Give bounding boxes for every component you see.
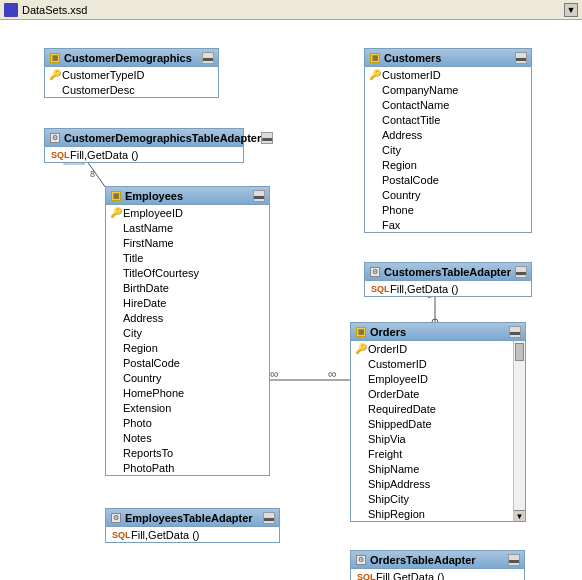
table-row: RequiredDate: [351, 401, 513, 416]
table-row: LastName: [106, 220, 269, 235]
field-customers-postalcode: PostalCode: [382, 174, 439, 186]
table-row: PostalCode: [365, 172, 531, 187]
table-row: City: [365, 142, 531, 157]
table-row: PostalCode: [106, 355, 269, 370]
field-customers-city: City: [382, 144, 401, 156]
customers-adapter: ⚙ CustomersTableAdapter ▬ SQL Fill,GetDa…: [364, 262, 532, 297]
key-icon: 🔑: [369, 69, 379, 80]
customer-demographics-adapter: ⚙ CustomerDemographicsTableAdapter ▬ SQL…: [44, 128, 244, 163]
adapter-method-customer-demographics: Fill,GetData (): [70, 149, 138, 161]
adapter-method-orders: Fill,GetData (): [376, 571, 444, 581]
employees-close[interactable]: ▬: [253, 190, 265, 202]
scrollbar-thumb[interactable]: [515, 343, 524, 361]
customers-title: Customers: [384, 52, 441, 64]
table-row: ShipAddress: [351, 476, 513, 491]
table-row: ContactName: [365, 97, 531, 112]
table-row: Freight: [351, 446, 513, 461]
table-row: CustomerID: [351, 356, 513, 371]
employees-title: Employees: [125, 190, 183, 202]
adapter-icon-orders: ⚙: [355, 554, 367, 566]
adapter-method-customers: Fill,GetData (): [390, 283, 458, 295]
table-row: 🔑 CustomerTypeID: [45, 67, 218, 82]
pin-button[interactable]: ▼: [564, 3, 578, 17]
adapter-row-employees: SQL Fill,GetData (): [106, 527, 279, 542]
design-canvas: 8 8 ∞ ∞ 8 ▦ CustomerDemographics ▬ 🔑 C: [0, 20, 582, 580]
adapter-header-customers: ⚙ CustomersTableAdapter ▬: [365, 263, 531, 281]
field-extension: Extension: [123, 402, 171, 414]
table-row: ShipRegion: [351, 506, 513, 521]
table-row: Region: [106, 340, 269, 355]
svg-text:∞: ∞: [270, 367, 279, 381]
table-row: Notes: [106, 430, 269, 445]
adapter-row-customers: SQL Fill,GetData (): [365, 281, 531, 296]
table-row: TitleOfCourtesy: [106, 265, 269, 280]
field-customerdesc: CustomerDesc: [62, 84, 135, 96]
table-row: Address: [106, 310, 269, 325]
scrollbar-down-arrow[interactable]: ▼: [514, 510, 525, 521]
table-row: Title: [106, 250, 269, 265]
table-row: EmployeeID: [351, 371, 513, 386]
sql-icon: SQL: [371, 284, 387, 294]
table-row: ContactTitle: [365, 112, 531, 127]
customer-demographics-close[interactable]: ▬: [202, 52, 214, 64]
adapter-close[interactable]: ▬: [261, 132, 273, 144]
orders-table: ▦ Orders ▬ 🔑 OrderID CustomerID Employee…: [350, 322, 526, 522]
field-photo: Photo: [123, 417, 152, 429]
table-row: Address: [365, 127, 531, 142]
field-reportsto: ReportsTo: [123, 447, 173, 459]
field-shipaddress: ShipAddress: [368, 478, 430, 490]
employees-table: ▦ Employees ▬ 🔑 EmployeeID LastName Firs…: [105, 186, 270, 476]
table-row: Region: [365, 157, 531, 172]
table-row: ShippedDate: [351, 416, 513, 431]
adapter-row-orders: SQL Fill,GetData (): [351, 569, 524, 580]
table-row: PhotoPath: [106, 460, 269, 475]
table-row: Extension: [106, 400, 269, 415]
field-employeeid: EmployeeID: [123, 207, 183, 219]
field-orders-customerid: CustomerID: [368, 358, 427, 370]
table-row: Country: [365, 187, 531, 202]
field-region: Region: [123, 342, 158, 354]
key-icon: 🔑: [49, 69, 59, 80]
field-city: City: [123, 327, 142, 339]
table-row: CustomerDesc: [45, 82, 218, 97]
customers-adapter-close[interactable]: ▬: [515, 266, 527, 278]
table-row: Phone: [365, 202, 531, 217]
employees-adapter-close[interactable]: ▬: [263, 512, 275, 524]
customer-demographics-table: ▦ CustomerDemographics ▬ 🔑 CustomerTypeI…: [44, 48, 219, 98]
field-orderid: OrderID: [368, 343, 407, 355]
customers-close[interactable]: ▬: [515, 52, 527, 64]
field-customertype-id: CustomerTypeID: [62, 69, 145, 81]
table-icon-employees: ▦: [110, 190, 122, 202]
sql-icon: SQL: [112, 530, 128, 540]
field-shipregion: ShipRegion: [368, 508, 425, 520]
field-address: Address: [123, 312, 163, 324]
table-row: ReportsTo: [106, 445, 269, 460]
orders-scrollbar[interactable]: ▼: [513, 341, 525, 521]
table-row: 🔑 OrderID: [351, 341, 513, 356]
orders-adapter-close[interactable]: ▬: [508, 554, 520, 566]
orders-close[interactable]: ▬: [509, 326, 521, 338]
key-icon: 🔑: [110, 207, 120, 218]
field-notes: Notes: [123, 432, 152, 444]
employees-adapter: ⚙ EmployeesTableAdapter ▬ SQL Fill,GetDa…: [105, 508, 280, 543]
field-shipcity: ShipCity: [368, 493, 409, 505]
adapter-icon-customer-demographics: ⚙: [49, 132, 61, 144]
adapter-header-employees: ⚙ EmployeesTableAdapter ▬: [106, 509, 279, 527]
adapter-method-employees: Fill,GetData (): [131, 529, 199, 541]
employees-adapter-title: EmployeesTableAdapter: [125, 512, 253, 524]
table-row: City: [106, 325, 269, 340]
title-bar-controls[interactable]: ▼: [564, 3, 578, 17]
table-row: Fax: [365, 217, 531, 232]
svg-text:∞: ∞: [328, 367, 337, 381]
field-contactname: ContactName: [382, 99, 449, 111]
title-bar-title: DataSets.xsd: [22, 4, 87, 16]
table-row: OrderDate: [351, 386, 513, 401]
field-orders-employeeid: EmployeeID: [368, 373, 428, 385]
field-homephone: HomePhone: [123, 387, 184, 399]
table-row: Country: [106, 370, 269, 385]
field-birthdate: BirthDate: [123, 282, 169, 294]
table-row: ShipCity: [351, 491, 513, 506]
table-row: HireDate: [106, 295, 269, 310]
field-customers-fax: Fax: [382, 219, 400, 231]
sql-icon: SQL: [357, 572, 373, 581]
